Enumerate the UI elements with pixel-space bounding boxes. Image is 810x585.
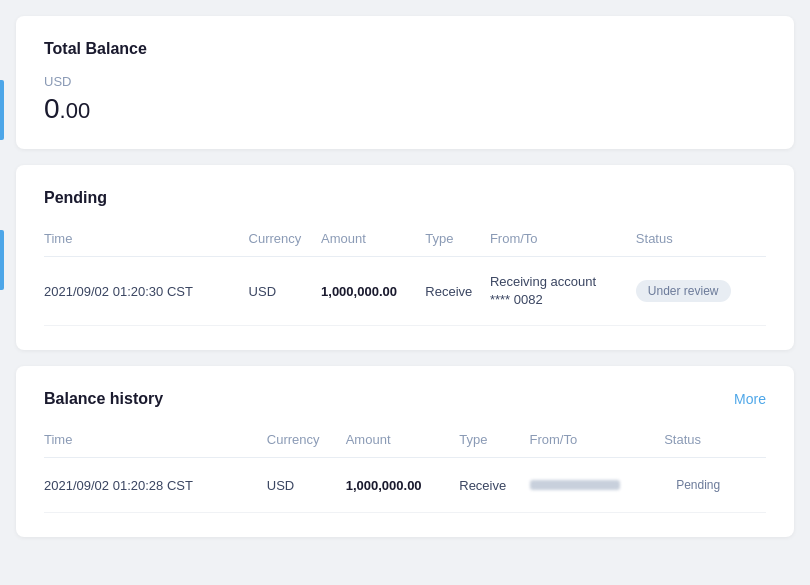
col-amount: Amount bbox=[321, 223, 425, 257]
balance-history-table-header: Time Currency Amount Type From/To Status bbox=[44, 424, 766, 458]
pending-table-body: 2021/09/02 01:20:30 CST USD 1,000,000.00… bbox=[44, 257, 766, 326]
hist-row-status: Pending bbox=[664, 458, 766, 513]
receiving-account-line2: **** 0082 bbox=[490, 291, 636, 309]
row-from-to: Receiving account **** 0082 bbox=[490, 257, 636, 326]
table-row: 2021/09/02 01:20:30 CST USD 1,000,000.00… bbox=[44, 257, 766, 326]
hist-col-currency: Currency bbox=[267, 424, 346, 458]
hist-row-amount: 1,000,000.00 bbox=[346, 458, 460, 513]
col-from-to: From/To bbox=[490, 223, 636, 257]
col-type: Type bbox=[425, 223, 490, 257]
hist-col-from-to: From/To bbox=[530, 424, 665, 458]
currency-label: USD bbox=[44, 74, 766, 89]
total-balance-title: Total Balance bbox=[44, 40, 766, 58]
balance-amount: 0.00 bbox=[44, 93, 766, 125]
pending-card: Pending Time Currency Amount Type From/T… bbox=[16, 165, 794, 350]
hist-col-time: Time bbox=[44, 424, 267, 458]
status-badge: Under review bbox=[636, 280, 731, 302]
col-status: Status bbox=[636, 223, 766, 257]
hist-row-type: Receive bbox=[459, 458, 529, 513]
hist-col-type: Type bbox=[459, 424, 529, 458]
receiving-account-line1: Receiving account bbox=[490, 273, 636, 291]
pending-section-header: Pending bbox=[44, 189, 766, 207]
pending-table-header: Time Currency Amount Type From/To Status bbox=[44, 223, 766, 257]
balance-history-card: Balance history More Time Currency Amoun… bbox=[16, 366, 794, 537]
row-type: Receive bbox=[425, 257, 490, 326]
more-link[interactable]: More bbox=[734, 391, 766, 407]
hist-col-status: Status bbox=[664, 424, 766, 458]
col-time: Time bbox=[44, 223, 249, 257]
pending-table: Time Currency Amount Type From/To Status… bbox=[44, 223, 766, 326]
balance-history-title: Balance history bbox=[44, 390, 163, 408]
row-currency: USD bbox=[249, 257, 321, 326]
balance-history-header: Balance history More bbox=[44, 390, 766, 408]
balance-history-table-body: 2021/09/02 01:20:28 CST USD 1,000,000.00… bbox=[44, 458, 766, 513]
total-balance-card: Total Balance USD 0.00 bbox=[16, 16, 794, 149]
hist-col-amount: Amount bbox=[346, 424, 460, 458]
balance-integer: 0 bbox=[44, 93, 60, 124]
hist-row-currency: USD bbox=[267, 458, 346, 513]
row-time: 2021/09/02 01:20:30 CST bbox=[44, 257, 249, 326]
col-currency: Currency bbox=[249, 223, 321, 257]
receiving-account-info: Receiving account **** 0082 bbox=[490, 273, 636, 309]
pending-title: Pending bbox=[44, 189, 107, 207]
hist-row-time: 2021/09/02 01:20:28 CST bbox=[44, 458, 267, 513]
row-status: Under review bbox=[636, 257, 766, 326]
blur-bar-icon bbox=[530, 480, 620, 490]
balance-history-table: Time Currency Amount Type From/To Status… bbox=[44, 424, 766, 513]
table-row: 2021/09/02 01:20:28 CST USD 1,000,000.00… bbox=[44, 458, 766, 513]
history-status-badge: Pending bbox=[664, 474, 732, 496]
hist-row-from-to bbox=[530, 458, 665, 513]
from-to-blurred bbox=[530, 480, 665, 490]
row-amount: 1,000,000.00 bbox=[321, 257, 425, 326]
balance-decimal: .00 bbox=[60, 98, 91, 123]
